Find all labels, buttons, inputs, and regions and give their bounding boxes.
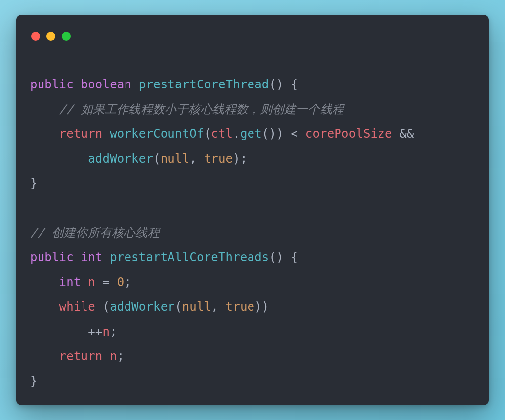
code-token: ++ <box>30 325 103 338</box>
code-token: public <box>30 251 74 264</box>
code-token <box>30 275 59 289</box>
code-token: boolean <box>81 78 132 91</box>
code-token: n <box>103 325 110 338</box>
code-token: () { <box>269 78 298 91</box>
code-token <box>30 102 59 116</box>
code-token: ( <box>175 300 182 314</box>
code-token: n <box>88 275 95 289</box>
minimize-icon[interactable] <box>46 32 55 41</box>
code-token: true <box>204 152 233 166</box>
code-token: && <box>392 127 414 141</box>
code-line: public int prestartAllCoreThreads() { <box>30 245 475 270</box>
code-token: = <box>95 275 117 289</box>
code-line: public boolean prestartCoreThread() { <box>30 72 475 97</box>
code-token: corePoolSize <box>305 127 392 141</box>
code-token <box>103 349 110 363</box>
code-token: prestartAllCoreThreads <box>110 251 269 264</box>
code-token <box>103 127 110 141</box>
code-token: n <box>110 349 117 363</box>
window-titlebar <box>16 15 489 42</box>
code-token: return <box>59 127 103 141</box>
code-token <box>30 127 59 141</box>
code-line: while (addWorker(null, true)) <box>30 294 475 319</box>
code-token <box>131 78 139 91</box>
code-token: ctl <box>211 127 233 141</box>
code-token: , <box>211 300 225 314</box>
code-token <box>30 300 59 314</box>
code-token <box>81 275 88 289</box>
code-token: ; <box>124 275 131 289</box>
code-token: int <box>81 251 103 264</box>
code-token <box>74 78 81 91</box>
code-token <box>103 251 110 264</box>
code-token: // 创建你所有核心线程 <box>30 226 160 240</box>
code-token: // 如果工作线程数小于核心线程数，则创建一个线程 <box>59 102 344 116</box>
code-token: () { <box>269 251 298 264</box>
code-token: } <box>30 374 38 388</box>
code-token: , <box>189 152 204 166</box>
code-line: ++n; <box>30 319 475 344</box>
code-line <box>30 196 475 220</box>
code-token: addWorker <box>110 300 175 314</box>
code-token: } <box>30 176 38 190</box>
code-token: public <box>30 78 74 91</box>
code-token: true <box>226 300 255 314</box>
code-token: ( <box>204 127 211 141</box>
code-token: while <box>59 300 95 314</box>
close-icon[interactable] <box>31 32 40 41</box>
code-area: public boolean prestartCoreThread() { //… <box>16 42 489 393</box>
code-token: ); <box>233 152 247 166</box>
code-line: addWorker(null, true); <box>30 146 475 171</box>
code-token: . <box>233 127 240 141</box>
code-line: } <box>30 369 475 393</box>
code-token: ( <box>95 300 110 314</box>
code-token: ()) < <box>262 127 305 141</box>
code-line: // 如果工作线程数小于核心线程数，则创建一个线程 <box>30 97 475 122</box>
code-token: ( <box>153 152 161 166</box>
code-token <box>30 349 59 363</box>
code-token: addWorker <box>88 152 153 166</box>
code-token <box>30 152 88 166</box>
code-token: ; <box>117 349 125 363</box>
code-token: int <box>59 275 81 289</box>
code-token: workerCountOf <box>110 127 204 141</box>
code-token: ; <box>110 325 117 338</box>
code-token: get <box>240 127 262 141</box>
code-token: prestartCoreThread <box>139 78 269 91</box>
code-line: return n; <box>30 344 475 369</box>
code-token: null <box>182 300 211 314</box>
zoom-icon[interactable] <box>62 32 71 41</box>
code-line: // 创建你所有核心线程 <box>30 220 475 245</box>
code-token: return <box>59 349 103 363</box>
code-line: return workerCountOf(ctl.get()) < corePo… <box>30 122 475 146</box>
code-token: 0 <box>117 275 125 289</box>
code-token: )) <box>254 300 269 314</box>
code-token <box>74 251 81 264</box>
code-line: } <box>30 171 475 196</box>
code-window: public boolean prestartCoreThread() { //… <box>16 15 489 405</box>
code-line: int n = 0; <box>30 270 475 294</box>
code-token: null <box>161 152 190 166</box>
